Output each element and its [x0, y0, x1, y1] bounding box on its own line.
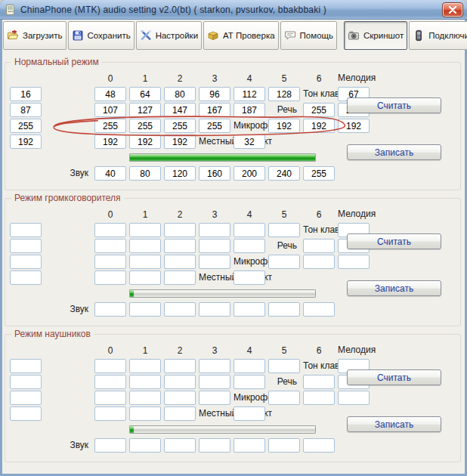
value-field[interactable] — [199, 302, 230, 317]
value-field[interactable] — [129, 359, 161, 373]
close-button[interactable] — [443, 3, 462, 17]
value-field[interactable] — [234, 270, 265, 285]
value-field[interactable] — [10, 270, 42, 285]
value-field[interactable] — [10, 119, 42, 133]
value-field[interactable] — [164, 270, 196, 285]
value-field[interactable] — [303, 103, 335, 117]
read-button[interactable]: Считать — [347, 369, 441, 385]
toolbar-button-load[interactable]: Загрузить — [3, 21, 66, 50]
value-field[interactable] — [94, 270, 126, 285]
value-field[interactable] — [129, 87, 161, 101]
toolbar-button-at-check[interactable]: АТ Проверка — [203, 21, 279, 50]
value-field[interactable] — [129, 270, 161, 285]
value-field[interactable] — [268, 391, 300, 405]
value-field[interactable] — [164, 302, 196, 317]
value-field[interactable] — [268, 302, 300, 317]
value-field[interactable] — [10, 359, 42, 373]
value-field[interactable] — [10, 406, 42, 421]
value-field[interactable] — [164, 359, 196, 373]
value-field[interactable] — [94, 406, 126, 421]
read-button[interactable]: Считать — [347, 97, 441, 113]
value-field[interactable] — [129, 134, 161, 149]
value-field[interactable] — [234, 134, 265, 149]
value-field[interactable] — [303, 239, 335, 253]
value-field[interactable] — [268, 119, 300, 133]
value-field[interactable] — [94, 302, 126, 317]
write-button[interactable]: Записать — [347, 280, 441, 296]
value-field[interactable] — [234, 239, 265, 253]
value-field[interactable] — [10, 223, 42, 237]
value-field[interactable] — [94, 391, 126, 405]
value-field[interactable] — [10, 375, 42, 389]
value-field[interactable] — [268, 255, 300, 269]
value-field[interactable] — [164, 134, 196, 149]
value-field[interactable] — [199, 438, 230, 453]
value-field[interactable] — [164, 223, 196, 237]
write-button[interactable]: Записать — [347, 144, 441, 160]
value-field[interactable] — [303, 375, 335, 389]
value-field[interactable] — [94, 223, 126, 237]
value-field[interactable] — [268, 223, 300, 237]
value-field[interactable] — [303, 166, 335, 181]
value-field[interactable] — [129, 119, 161, 133]
value-field[interactable] — [129, 375, 161, 389]
value-field[interactable] — [164, 255, 196, 269]
toolbar-button-help[interactable]: Помощь — [280, 21, 337, 50]
value-field[interactable] — [94, 375, 126, 389]
toolbar-button-connect[interactable]: Подключить — [409, 21, 467, 50]
value-field[interactable] — [234, 406, 265, 421]
value-field[interactable] — [199, 239, 230, 253]
value-field[interactable] — [199, 359, 230, 373]
value-field[interactable] — [94, 166, 126, 181]
value-field[interactable] — [129, 103, 161, 117]
value-field[interactable] — [10, 391, 42, 405]
value-field[interactable] — [303, 119, 335, 133]
value-field[interactable] — [164, 375, 196, 389]
value-field[interactable] — [129, 302, 161, 317]
value-field[interactable] — [164, 438, 196, 453]
value-field[interactable] — [164, 119, 196, 133]
value-field[interactable] — [164, 239, 196, 253]
value-field[interactable] — [199, 255, 230, 269]
value-field[interactable] — [234, 375, 265, 389]
value-field[interactable] — [234, 223, 265, 237]
value-field[interactable] — [268, 359, 300, 373]
value-field[interactable] — [303, 255, 335, 269]
value-field[interactable] — [94, 359, 126, 373]
value-field[interactable] — [129, 239, 161, 253]
value-field[interactable] — [10, 103, 42, 117]
value-field[interactable] — [10, 239, 42, 253]
value-field[interactable] — [234, 166, 265, 181]
value-field[interactable] — [94, 119, 126, 133]
value-field[interactable] — [129, 223, 161, 237]
value-field[interactable] — [234, 302, 265, 317]
value-field[interactable] — [10, 255, 42, 269]
value-field[interactable] — [164, 103, 196, 117]
value-field[interactable] — [199, 391, 230, 405]
value-field[interactable] — [234, 103, 265, 117]
value-field[interactable] — [303, 302, 335, 317]
value-field[interactable] — [129, 255, 161, 269]
value-field[interactable] — [164, 391, 196, 405]
value-field[interactable] — [164, 87, 196, 101]
value-field[interactable] — [94, 87, 126, 101]
value-field[interactable] — [10, 134, 42, 149]
value-field[interactable] — [268, 438, 300, 453]
value-field[interactable] — [94, 255, 126, 269]
value-field[interactable] — [199, 87, 230, 101]
value-field[interactable] — [129, 438, 161, 453]
value-field[interactable] — [164, 166, 196, 181]
value-field[interactable] — [129, 391, 161, 405]
value-field[interactable] — [94, 134, 126, 149]
value-field[interactable] — [10, 87, 42, 101]
value-field[interactable] — [164, 406, 196, 421]
read-button[interactable]: Считать — [347, 233, 441, 249]
value-field[interactable] — [199, 375, 230, 389]
value-field[interactable] — [234, 438, 265, 453]
toolbar-button-screenshot[interactable]: Скриншот — [344, 21, 407, 50]
value-field[interactable] — [199, 166, 230, 181]
value-field[interactable] — [303, 391, 335, 405]
value-field[interactable] — [268, 166, 300, 181]
value-field[interactable] — [94, 239, 126, 253]
value-field[interactable] — [234, 359, 265, 373]
